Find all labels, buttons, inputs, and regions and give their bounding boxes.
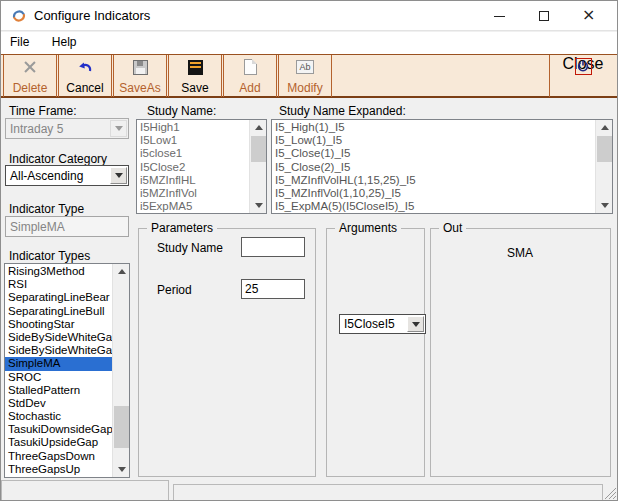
save-label: Save (169, 81, 221, 95)
add-button[interactable]: Add (223, 55, 277, 97)
list-item[interactable]: SideBySideWhiteGap (5, 331, 112, 344)
app-logo-icon (11, 8, 27, 24)
maximize-icon (539, 11, 549, 21)
list-item[interactable]: SROC (5, 371, 112, 384)
time-frame-label: Time Frame: (9, 104, 77, 118)
menu-file[interactable]: File (1, 32, 38, 54)
cancel-label: Cancel (59, 81, 111, 95)
list-item[interactable]: I5Close2 (137, 161, 249, 174)
save-button[interactable]: Save (168, 55, 222, 97)
study-name-label: Study Name: (147, 104, 216, 118)
list-item[interactable]: ThreeGapsDown (5, 450, 112, 463)
list-item[interactable]: SeparatingLineBear (5, 291, 112, 304)
argument-value: I5CloseI5 (344, 317, 395, 331)
arguments-title: Arguments (335, 221, 401, 235)
list-item[interactable]: SeparatingLineBull (5, 305, 112, 318)
list-item[interactable]: I5_ExpMA(5)(I5CloseI5)_I5 (272, 200, 595, 213)
study-name-listbox: I5High1 I5Low1 i5close1 I5Close2 i5MZInf… (136, 119, 267, 214)
list-item[interactable]: I5_High(1)_I5 (272, 121, 595, 134)
list-item[interactable]: ThreeWhiteSoldiers (5, 476, 112, 478)
window-title: Configure Indicators (34, 8, 150, 23)
scrollbar-thumb[interactable] (597, 136, 612, 162)
minimize-icon (494, 16, 505, 17)
close-button[interactable]: Close (549, 55, 616, 97)
list-item[interactable]: Stochastic (5, 410, 112, 423)
list-item[interactable]: I5_Close(1)_I5 (272, 147, 595, 160)
list-item[interactable]: SideBySideWhiteGap (5, 344, 112, 357)
status-panel-left (1, 480, 169, 501)
time-frame-combo: Intraday 5 (5, 118, 129, 139)
list-item[interactable]: I5_MZInflVolHL(1,15,25)_I5 (272, 174, 595, 187)
status-panel-right (173, 484, 603, 501)
modify-label: Modify (279, 81, 331, 95)
param-period-input[interactable] (241, 279, 305, 299)
toolbar: Delete Cancel SaveAs Save Add Ab Modify (1, 54, 617, 98)
list-item[interactable]: StalledPattern (5, 384, 112, 397)
argument-combo[interactable]: I5CloseI5 (339, 314, 426, 334)
list-item[interactable]: i5close1 (137, 147, 249, 160)
save-as-button[interactable]: SaveAs (113, 55, 167, 97)
list-item[interactable]: i5MZInflHL (137, 174, 249, 187)
indicator-types-listbox: Rising3Method RSI SeparatingLineBear Sep… (4, 263, 130, 478)
time-frame-dropdown-arrow-icon (110, 120, 127, 137)
scrollbar-thumb[interactable] (251, 136, 266, 162)
list-item[interactable]: TasukiUpsideGap (5, 436, 112, 449)
add-label: Add (224, 81, 276, 95)
list-item[interactable]: I5_Low(1)_I5 (272, 134, 595, 147)
ab-modify-icon: Ab (296, 60, 314, 74)
scroll-down-icon[interactable] (596, 198, 613, 213)
list-item-selected[interactable]: SimpleMA (5, 357, 112, 370)
indicator-type-field: SimpleMA (5, 216, 129, 237)
list-item[interactable]: i5ExpMA5 (137, 200, 249, 213)
configure-indicators-window: Configure Indicators × File Help Delete … (0, 0, 618, 501)
indicator-category-label: Indicator Category (9, 152, 107, 166)
menu-help[interactable]: Help (43, 32, 86, 54)
arguments-group: Arguments (326, 228, 425, 477)
list-item[interactable]: I5_MZInflVol(1,10,25)_I5 (272, 187, 595, 200)
param-study-name-label: Study Name (157, 241, 223, 255)
indicator-type-label: Indicator Type (9, 202, 84, 216)
resize-grip[interactable] (603, 487, 616, 499)
list-item[interactable]: i5MZInflVol (137, 187, 249, 200)
parameters-group: Parameters (138, 228, 316, 477)
time-frame-value: Intraday 5 (10, 122, 63, 136)
list-item[interactable]: RSI (5, 278, 112, 291)
study-name-expanded-label: Study Name Expanded: (279, 104, 406, 118)
list-item[interactable]: StdDev (5, 397, 112, 410)
minimize-button[interactable] (477, 1, 521, 31)
list-item[interactable]: I5Low1 (137, 134, 249, 147)
delete-label: Delete (4, 81, 56, 95)
maximize-button[interactable] (522, 1, 566, 31)
indicator-category-combo[interactable]: All-Ascending (5, 165, 129, 186)
scroll-down-icon[interactable] (250, 198, 267, 213)
param-period-label: Period (157, 283, 192, 297)
argument-dropdown-arrow-icon[interactable] (407, 316, 424, 332)
power-icon (575, 58, 592, 75)
cancel-button[interactable]: Cancel (58, 55, 112, 97)
study-name-expanded-scrollbar[interactable] (595, 120, 612, 213)
delete-x-icon (23, 60, 37, 74)
list-item[interactable]: Rising3Method (5, 265, 112, 278)
blank-page-icon (244, 59, 257, 75)
modify-button[interactable]: Ab Modify (278, 55, 332, 97)
scrollbar-thumb[interactable] (114, 406, 129, 448)
parameters-title: Parameters (147, 221, 217, 235)
list-item[interactable]: ShootingStar (5, 318, 112, 331)
scroll-up-icon[interactable] (596, 120, 613, 135)
list-item[interactable]: I5_Close(2)_I5 (272, 161, 595, 174)
close-window-button[interactable]: × (568, 1, 612, 31)
title-bar: Configure Indicators × (1, 1, 617, 31)
delete-button[interactable]: Delete (3, 55, 57, 97)
out-title: Out (439, 221, 466, 235)
scroll-up-icon[interactable] (113, 264, 130, 279)
out-value: SMA (507, 246, 533, 260)
list-item[interactable]: I5High1 (137, 121, 249, 134)
indicator-types-scrollbar[interactable] (112, 264, 129, 477)
param-study-name-input[interactable] (241, 237, 305, 257)
list-item[interactable]: TasukiDownsideGap (5, 423, 112, 436)
indicator-category-dropdown-arrow-icon[interactable] (110, 167, 127, 184)
study-name-scrollbar[interactable] (249, 120, 266, 213)
scroll-down-icon[interactable] (113, 462, 130, 477)
list-item[interactable]: ThreeGapsUp (5, 463, 112, 476)
scroll-up-icon[interactable] (250, 120, 267, 135)
